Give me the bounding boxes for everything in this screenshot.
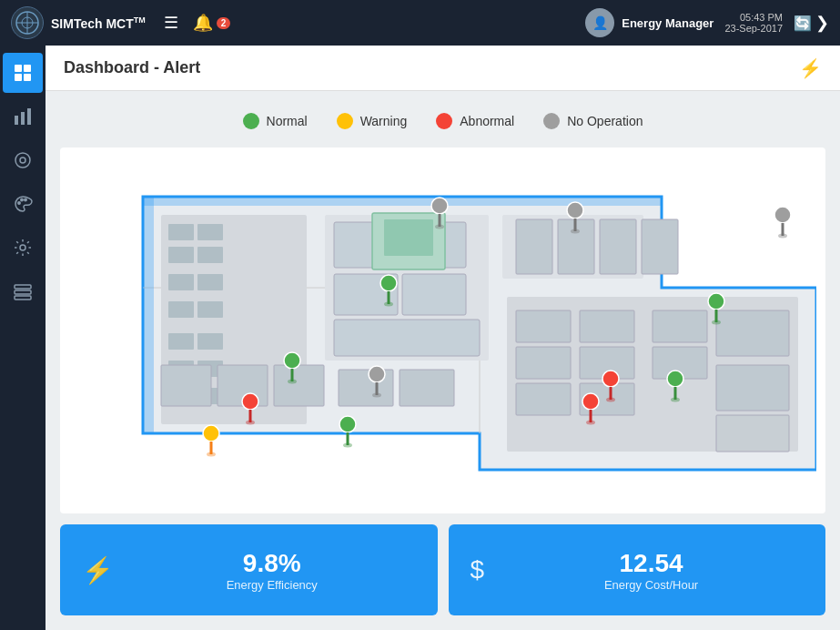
datetime: 05:43 PM 23-Sep-2017: [724, 12, 783, 34]
svg-point-106: [667, 371, 683, 387]
svg-point-76: [774, 207, 791, 223]
floor-plan-svg: [70, 169, 816, 493]
sidebar-item-archive[interactable]: [3, 271, 43, 311]
svg-point-105: [586, 420, 595, 424]
svg-rect-46: [402, 274, 466, 315]
svg-point-103: [582, 393, 599, 410]
svg-point-11: [15, 153, 30, 168]
svg-rect-35: [168, 301, 194, 318]
logo-area: SIMTech MCTTM: [11, 6, 146, 39]
svg-point-81: [384, 301, 393, 306]
energy-cost-value: 12.54: [620, 549, 683, 578]
svg-rect-60: [716, 310, 789, 356]
svg-rect-10: [27, 108, 31, 125]
svg-rect-54: [516, 383, 571, 415]
notification-button[interactable]: 🔔 2: [193, 13, 231, 33]
svg-point-70: [431, 198, 448, 214]
svg-point-108: [671, 397, 680, 401]
svg-point-12: [20, 158, 25, 163]
svg-rect-51: [642, 219, 678, 274]
hamburger-button[interactable]: ☰: [157, 9, 186, 36]
energy-cost-label: Energy Cost/Hour: [604, 578, 698, 592]
svg-rect-52: [516, 310, 571, 342]
warning-dot: [337, 113, 353, 129]
svg-rect-4: [15, 65, 22, 72]
bottom-cards: ⚡ 9.8% Energy Efficiency $ 12.54 Energy …: [60, 524, 825, 615]
svg-point-100: [602, 371, 619, 387]
svg-point-72: [435, 224, 444, 229]
legend-item-normal: Normal: [243, 113, 308, 129]
svg-rect-55: [580, 310, 634, 342]
svg-point-90: [246, 420, 255, 424]
svg-rect-63: [161, 365, 211, 406]
svg-point-88: [242, 393, 258, 410]
svg-rect-69: [384, 219, 433, 256]
svg-rect-33: [168, 274, 194, 290]
main-layout: Dashboard - Alert ⚡ Normal Warning Abnor…: [0, 46, 840, 630]
svg-rect-37: [168, 333, 194, 350]
svg-rect-34: [197, 274, 223, 290]
svg-rect-30: [197, 224, 223, 240]
svg-rect-5: [24, 65, 31, 72]
svg-rect-65: [274, 365, 324, 406]
svg-point-93: [207, 452, 216, 456]
svg-rect-53: [516, 347, 571, 379]
normal-dot: [243, 113, 259, 129]
app-title: SIMTech MCTTM: [51, 15, 146, 31]
svg-rect-61: [716, 365, 789, 411]
energy-cost-card: $ 12.54 Energy Cost/Hour: [449, 524, 826, 615]
legend: Normal Warning Abnormal No Operation: [60, 106, 825, 137]
svg-rect-48: [516, 219, 552, 274]
refresh-button[interactable]: 🔄: [794, 15, 812, 32]
svg-rect-31: [168, 247, 194, 263]
legend-item-abnormal: Abnormal: [436, 113, 514, 129]
legend-item-no-operation: No Operation: [543, 113, 643, 129]
lightning-card-icon: ⚡: [82, 555, 114, 585]
svg-rect-7: [24, 74, 31, 81]
main-content: Dashboard - Alert ⚡ Normal Warning Abnor…: [46, 46, 840, 630]
svg-rect-38: [197, 333, 223, 350]
svg-rect-32: [197, 247, 223, 263]
energy-efficiency-card: ⚡ 9.8% Energy Efficiency: [60, 524, 438, 615]
svg-point-84: [372, 392, 381, 397]
page-header: Dashboard - Alert ⚡: [46, 46, 840, 91]
sidebar-item-monitor[interactable]: [3, 140, 43, 180]
floor-plan-container: [60, 147, 825, 513]
svg-rect-9: [21, 112, 25, 125]
sidebar-item-settings[interactable]: [3, 228, 43, 268]
sidebar: [0, 46, 46, 630]
svg-rect-19: [15, 296, 31, 300]
svg-rect-62: [716, 415, 789, 452]
logo-icon: [11, 6, 44, 39]
svg-rect-29: [168, 224, 194, 240]
svg-point-97: [708, 293, 724, 310]
svg-rect-6: [15, 74, 22, 81]
svg-rect-17: [15, 285, 31, 289]
svg-rect-36: [197, 301, 223, 318]
chevron-right-button[interactable]: ❯: [815, 13, 829, 33]
sidebar-item-dashboard[interactable]: [3, 53, 43, 93]
abnormal-dot: [436, 113, 452, 129]
avatar: 👤: [585, 8, 614, 37]
notification-badge: 2: [217, 17, 231, 29]
legend-item-warning: Warning: [337, 113, 408, 129]
svg-rect-18: [15, 290, 31, 294]
svg-rect-50: [600, 219, 636, 274]
warning-label: Warning: [360, 114, 408, 128]
svg-point-73: [567, 202, 583, 218]
svg-point-16: [20, 245, 25, 250]
sidebar-item-palette[interactable]: [3, 184, 43, 224]
energy-efficiency-data: 9.8% Energy Efficiency: [128, 549, 416, 592]
svg-point-99: [712, 320, 721, 324]
normal-label: Normal: [267, 114, 308, 128]
svg-point-13: [18, 202, 20, 204]
dollar-card-icon: $: [471, 555, 485, 584]
user-area: 👤 Energy Manager: [585, 8, 713, 37]
dashboard-content: Normal Warning Abnormal No Operation: [46, 91, 840, 630]
svg-point-87: [288, 379, 297, 383]
sidebar-item-chart[interactable]: [3, 97, 43, 137]
no-operation-label: No Operation: [567, 114, 643, 128]
svg-point-94: [339, 416, 356, 432]
lightning-icon: ⚡: [799, 57, 822, 79]
svg-point-96: [343, 442, 352, 447]
